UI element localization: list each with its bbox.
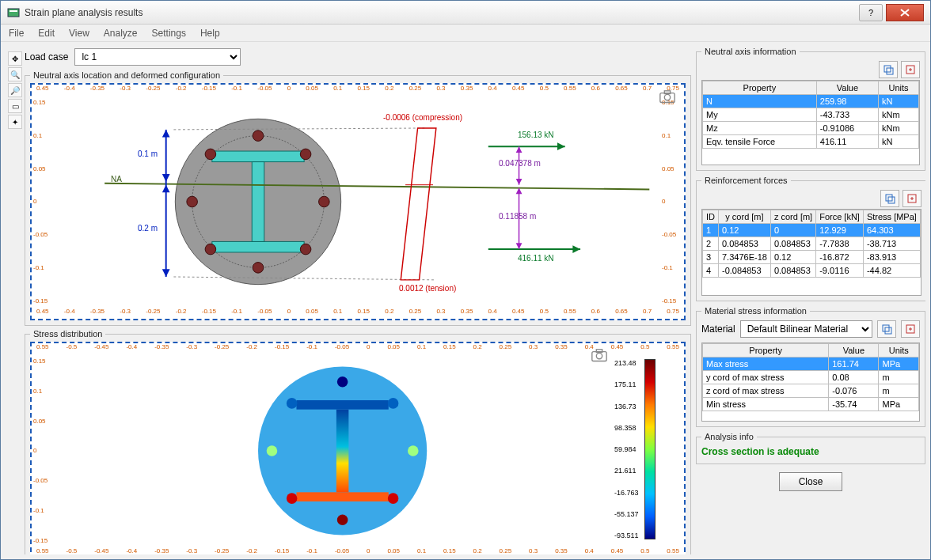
menu-file[interactable]: File	[9, 28, 24, 39]
svg-marker-18	[401, 128, 436, 280]
svg-rect-37	[664, 91, 670, 94]
table-row: Max stress161.74MPa	[703, 358, 919, 371]
svg-rect-40	[296, 492, 388, 501]
colorbar	[644, 359, 656, 539]
force-top-label: 156.13 kN	[518, 131, 554, 139]
menubar: File Edit View Analyze Settings Help	[1, 25, 930, 42]
svg-point-46	[337, 514, 348, 525]
plot-area-bot	[59, 356, 657, 546]
strain-comp-label: -0.0006 (compression)	[383, 113, 462, 122]
zoom-out-tool[interactable]: 🔎	[8, 83, 22, 97]
svg-point-51	[596, 353, 602, 358]
svg-marker-30	[516, 146, 522, 153]
zoom-in-tool[interactable]: 🔍	[8, 67, 22, 81]
svg-point-48	[267, 445, 278, 456]
svg-point-10	[300, 244, 311, 255]
svg-rect-60	[885, 327, 891, 334]
svg-marker-34	[516, 243, 522, 249]
loadcase-row: Load case lc 1	[6, 47, 691, 67]
svg-rect-0	[8, 9, 19, 17]
copy-icon-2[interactable]	[880, 190, 899, 207]
top-chart[interactable]: 0.45-0.4-0.35-0.3-0.25-0.2-0.15-0.1-0.05…	[30, 83, 686, 320]
svg-marker-26	[557, 142, 565, 150]
table-row: N259.98kN	[703, 95, 919, 108]
svg-line-16	[173, 128, 427, 130]
svg-rect-54	[887, 68, 893, 74]
na-label: NA	[111, 175, 122, 184]
material-select[interactable]: Default Bilinear Material	[740, 320, 872, 338]
svg-point-49	[287, 398, 298, 409]
svg-point-42	[337, 376, 348, 388]
left-pane: Load case lc 1 Neutral axis location and…	[6, 47, 691, 554]
svg-marker-31	[516, 179, 522, 185]
ruler-bot-2: 0.55-0.5-0.45-0.4-0.35-0.3-0.25-0.2-0.15…	[32, 547, 684, 554]
reinf-table[interactable]: IDy cord [m]z cord [m]Force [kN]Stress […	[701, 209, 922, 296]
svg-point-8	[300, 149, 311, 160]
close-button[interactable]: Close	[779, 472, 842, 491]
select-tool[interactable]: ▭	[8, 99, 22, 113]
svg-point-9	[319, 196, 330, 207]
bot-chart[interactable]: 0.55-0.5-0.45-0.4-0.35-0.3-0.25-0.2-0.15…	[30, 342, 686, 554]
loadcase-select[interactable]: lc 1	[74, 48, 241, 66]
svg-point-12	[205, 244, 216, 255]
config-tool[interactable]: ✦	[8, 115, 22, 129]
svg-marker-21	[162, 130, 170, 138]
table-row: 4-0.0848530.084853-9.0116-44.82	[703, 264, 921, 278]
mat-title: Material stress information	[701, 306, 810, 316]
neutral-info-title: Neutral axis information	[701, 47, 800, 56]
svg-marker-23	[162, 174, 170, 182]
camera-icon[interactable]	[659, 89, 676, 104]
mat-table[interactable]: PropertyValueUnits Max stress161.74MPa y…	[701, 342, 920, 422]
top-chart-panel: Neutral axis location and deformed confi…	[25, 70, 691, 326]
table-row: z cord of max stress-0.076m	[703, 384, 919, 398]
export-icon[interactable]	[901, 61, 920, 78]
analysis-panel: Analysis info Cross section is adequate	[696, 432, 925, 464]
table-row: Eqv. tensile Force416.11kN	[703, 135, 919, 149]
ruler-left-2: 0.150.10.050-0.05-0.1-0.15	[32, 354, 55, 547]
svg-point-13	[187, 196, 198, 207]
export-icon-3[interactable]	[901, 320, 920, 338]
menu-help[interactable]: Help	[200, 28, 220, 39]
reinf-title: Reinforcement forces	[701, 176, 791, 185]
camera-icon-2[interactable]	[591, 348, 608, 362]
window-title: Strain plane analysis results	[25, 7, 859, 18]
svg-point-43	[388, 398, 399, 409]
svg-rect-6	[252, 162, 264, 242]
table-row: y cord of max stress0.08m	[703, 371, 919, 384]
export-icon-2[interactable]	[902, 190, 922, 207]
ruler-top: 0.45-0.4-0.35-0.3-0.25-0.2-0.15-0.1-0.05…	[32, 85, 684, 96]
svg-rect-1	[10, 10, 17, 12]
table-row: 10.12012.92964.303	[703, 224, 921, 237]
svg-rect-4	[212, 151, 304, 162]
svg-rect-5	[212, 241, 304, 252]
pan-tool[interactable]: ✥	[8, 51, 22, 66]
analysis-title: Analysis info	[701, 432, 757, 441]
copy-icon-3[interactable]	[877, 320, 896, 338]
bot-chart-title: Stress distribution	[30, 329, 105, 339]
content: ✥ 🔍 🔎 ▭ ✦ Load case lc 1 Neutral axis lo…	[1, 42, 930, 559]
menu-settings[interactable]: Settings	[152, 28, 186, 39]
menu-edit[interactable]: Edit	[38, 28, 55, 39]
menu-analyze[interactable]: Analyze	[104, 28, 138, 39]
svg-rect-57	[888, 197, 895, 203]
menu-view[interactable]: View	[69, 28, 89, 39]
window-close-button[interactable]	[886, 4, 924, 21]
loadcase-label: Load case	[25, 51, 68, 62]
table-row: Min stress-35.74MPa	[703, 398, 919, 411]
ruler-right: 0.150.10.050-0.05-0.1-0.15	[660, 96, 684, 308]
svg-line-17	[173, 277, 435, 280]
help-button[interactable]: ?	[859, 4, 883, 21]
copy-icon[interactable]	[879, 61, 898, 78]
mat-panel: Material stress information Material Def…	[696, 306, 925, 427]
analysis-message: Cross section is adequate	[701, 445, 920, 459]
window-buttons: ?	[859, 4, 924, 21]
app-icon	[7, 6, 20, 19]
neutral-table[interactable]: PropertyValueUnits N259.98kN My-43.733kN…	[701, 80, 920, 165]
dim-top-label: 0.1 m	[138, 149, 158, 158]
table-row: 37.3476E-180.12-16.872-83.913	[703, 251, 921, 264]
dim-bot-label: 0.2 m	[138, 224, 158, 233]
svg-rect-39	[296, 400, 388, 410]
reinf-panel: Reinforcement forces IDy cord [m]z cord …	[696, 176, 925, 301]
top-chart-title: Neutral axis location and deformed confi…	[30, 70, 223, 80]
svg-rect-59	[883, 325, 889, 331]
